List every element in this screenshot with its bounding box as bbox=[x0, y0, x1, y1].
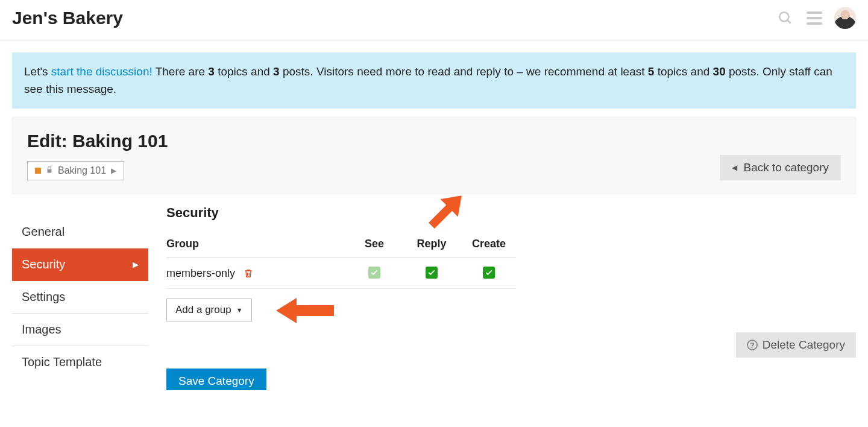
add-group-dropdown[interactable]: Add a group ▼ bbox=[166, 299, 252, 321]
column-reply: Reply bbox=[401, 233, 462, 258]
search-icon[interactable] bbox=[776, 9, 794, 27]
column-see: See bbox=[347, 233, 401, 258]
back-to-category-button[interactable]: ◀ Back to category bbox=[720, 155, 841, 180]
chevron-right-icon: ▶ bbox=[111, 166, 116, 175]
trash-icon[interactable] bbox=[244, 268, 253, 279]
main-panel: Security Group See Reply Create members- bbox=[166, 205, 856, 378]
breadcrumb[interactable]: Baking 101 ▶ bbox=[27, 161, 124, 180]
page-title: Edit: Baking 101 bbox=[27, 131, 841, 151]
column-group: Group bbox=[166, 233, 347, 258]
sidebar-item-topic-template[interactable]: Topic Template bbox=[12, 346, 148, 378]
save-button[interactable]: Save Category bbox=[166, 368, 266, 390]
breadcrumb-label: Baking 101 bbox=[58, 165, 106, 176]
category-color-swatch bbox=[35, 168, 41, 174]
sidebar-item-general[interactable]: General bbox=[12, 216, 148, 248]
section-title: Security bbox=[166, 205, 856, 221]
sidebar: General Security ▶ Settings Images Topic… bbox=[12, 205, 148, 378]
topbar-right bbox=[776, 7, 856, 29]
sidebar-item-settings[interactable]: Settings bbox=[12, 281, 148, 314]
caret-down-icon: ▼ bbox=[236, 306, 243, 314]
svg-marker-3 bbox=[276, 298, 334, 323]
svg-line-1 bbox=[787, 20, 790, 23]
chevron-right-icon: ▶ bbox=[133, 260, 139, 269]
sidebar-item-security[interactable]: Security ▶ bbox=[12, 248, 148, 281]
group-cell: members-only bbox=[166, 267, 253, 280]
group-name: members-only bbox=[166, 267, 235, 280]
delete-category-button[interactable]: ? Delete Category bbox=[736, 332, 856, 358]
question-icon: ? bbox=[747, 340, 758, 350]
edit-panel: Edit: Baking 101 Baking 101 ▶ ◀ Back to … bbox=[12, 117, 856, 194]
checkbox-see bbox=[368, 267, 380, 279]
footer-actions: Save Category ? Delete Category bbox=[166, 321, 856, 358]
content-area: General Security ▶ Settings Images Topic… bbox=[12, 205, 856, 378]
checkbox-reply[interactable] bbox=[426, 267, 438, 279]
site-title[interactable]: Jen's Bakery bbox=[12, 8, 123, 28]
column-create: Create bbox=[462, 233, 516, 258]
staff-banner: Let's start the discussion! There are 3 … bbox=[12, 52, 856, 109]
lock-icon bbox=[46, 165, 53, 176]
sidebar-item-images[interactable]: Images bbox=[12, 314, 148, 346]
topbar: Jen's Bakery bbox=[0, 0, 868, 40]
table-row: members-only bbox=[166, 258, 516, 289]
avatar[interactable] bbox=[834, 7, 856, 29]
menu-icon[interactable] bbox=[805, 9, 823, 27]
start-discussion-link[interactable]: start the discussion! bbox=[51, 65, 153, 78]
chevron-left-icon: ◀ bbox=[732, 163, 737, 172]
page-container: Let's start the discussion! There are 3 … bbox=[0, 40, 868, 390]
checkbox-create[interactable] bbox=[483, 267, 495, 279]
svg-point-0 bbox=[779, 12, 788, 21]
permissions-table: Group See Reply Create members-only bbox=[166, 233, 516, 289]
